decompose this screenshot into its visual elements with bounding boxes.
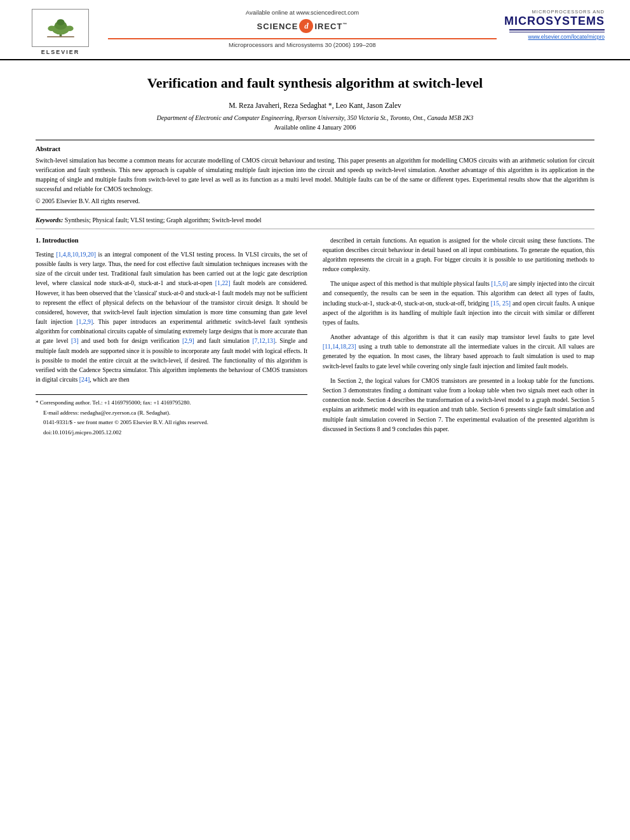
elsevier-logo: ELSEVIER <box>25 9 95 55</box>
direct-text: IRECT™ <box>314 22 347 31</box>
ref-5[interactable]: [2,9] <box>182 337 194 344</box>
ref-1[interactable]: [1,4,8,10,19,20] <box>56 251 96 258</box>
footnote-issn: 0141-9331/$ - see front matter © 2005 El… <box>36 418 307 427</box>
svg-rect-7 <box>47 36 74 37</box>
header-center: Available online at www.sciencedirect.co… <box>108 9 497 48</box>
micro-large-text: MICROSYSTEMS <box>504 15 605 27</box>
two-col-layout: 1. Introduction Testing [1,4,8,10,19,20]… <box>36 236 594 439</box>
ref-10[interactable]: [11,14,18,23] <box>323 343 356 350</box>
section-intro-title: 1. Introduction <box>36 236 307 246</box>
page: ELSEVIER Available online at www.science… <box>0 0 630 840</box>
col-left: 1. Introduction Testing [1,4,8,10,19,20]… <box>36 236 307 439</box>
micro-small-text: MICROPROCESSORS AND <box>532 9 605 15</box>
micro-line-1 <box>509 29 605 30</box>
keywords-text: Synthesis; Physical fault; VLSI testing;… <box>65 217 262 223</box>
footnote-corresponding: * Corresponding author. Tel.: +1 4169795… <box>36 399 307 408</box>
available-online-text: Available online at www.sciencedirect.co… <box>246 9 359 16</box>
ref-6[interactable]: [7,12,13] <box>252 337 275 344</box>
svg-point-6 <box>65 25 73 31</box>
elsevier-label: ELSEVIER <box>41 49 80 55</box>
micro-lines <box>509 29 605 32</box>
ref-9[interactable]: [15, 25] <box>491 300 511 307</box>
micro-line-2 <box>509 32 605 33</box>
header: ELSEVIER Available online at www.science… <box>0 0 630 60</box>
microsystems-logo: MICROPROCESSORS AND MICROSYSTEMS www.els… <box>509 9 605 40</box>
svg-point-5 <box>48 25 55 31</box>
right-para-3: Another advantage of this algorithm is t… <box>323 332 594 371</box>
svg-point-4 <box>57 19 64 25</box>
keywords-line: Keywords: Synthesis; Physical fault; VLS… <box>36 217 594 229</box>
right-para-2: The unique aspect of this method is that… <box>323 279 594 327</box>
intro-para-1: Testing [1,4,8,10,19,20] is an integral … <box>36 250 307 384</box>
abstract-title: Abstract <box>36 145 594 152</box>
paper-title: Verification and fault synthesis algorit… <box>36 74 594 93</box>
right-para-1: described in certain functions. An equat… <box>323 236 594 274</box>
ref-8[interactable]: [1,5,6] <box>491 280 507 287</box>
available-online-paper: Available online 4 January 2006 <box>36 124 594 131</box>
footnote-doi: doi:10.1016/j.micpro.2005.12.002 <box>36 429 307 437</box>
ref-3[interactable]: [1,2,9] <box>76 318 93 325</box>
orange-line <box>108 38 497 39</box>
journal-info: Microprocessors and Microsystems 30 (200… <box>229 41 376 48</box>
content: Verification and fault synthesis algorit… <box>0 74 630 439</box>
abstract-text: Switch-level simulation has become a com… <box>36 156 594 194</box>
authors: M. Reza Javaheri, Reza Sedaghat *, Leo K… <box>36 102 594 109</box>
elsevier-box-art <box>32 9 89 47</box>
d-icon: d <box>299 19 313 33</box>
elsevier-tree-icon <box>43 17 78 39</box>
ref-7[interactable]: [24] <box>79 376 90 383</box>
affiliation: Department of Electronic and Computer En… <box>36 114 594 121</box>
keywords-label: Keywords: <box>36 217 63 223</box>
copyright: © 2005 Elsevier B.V. All rights reserved… <box>36 197 594 204</box>
col-right: described in certain functions. An equat… <box>323 236 594 439</box>
right-para-4: In Section 2, the logical values for CMO… <box>323 376 594 434</box>
elsevier-url[interactable]: www.elsevier.com/locate/micpro <box>528 34 605 40</box>
ref-2[interactable]: [1,22] <box>215 279 231 286</box>
science-text: SCIENCE <box>257 22 298 31</box>
abstract-section: Abstract Switch-level simulation has bec… <box>36 140 594 210</box>
sciencedirect-logo: SCIENCE d IRECT™ <box>257 19 348 33</box>
ref-4[interactable]: [3] <box>71 337 78 344</box>
footnote-area: * Corresponding author. Tel.: +1 4169795… <box>36 394 307 437</box>
footnote-email: E-mail address: rsedagha@ee.ryerson.ca (… <box>36 409 307 418</box>
